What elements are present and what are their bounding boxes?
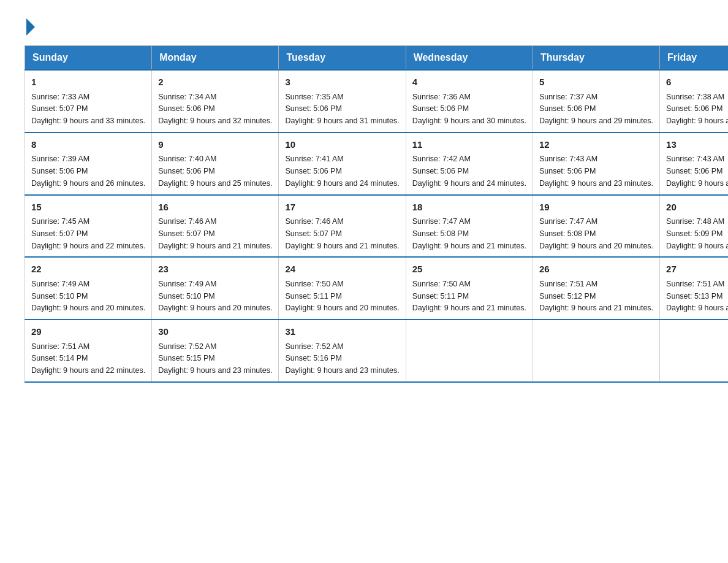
day-cell: [406, 320, 533, 382]
sunset-info: Sunset: 5:07 PM: [158, 229, 214, 238]
daylight-info: Daylight: 9 hours and 24 minutes.: [285, 179, 399, 188]
sunrise-info: Sunrise: 7:35 AM: [285, 93, 343, 101]
sunrise-info: Sunrise: 7:43 AM: [666, 155, 724, 163]
daylight-info: Daylight: 9 hours and 28 minutes.: [666, 117, 728, 125]
day-number: 5: [539, 75, 653, 90]
week-row-3: 15 Sunrise: 7:45 AM Sunset: 5:07 PM Dayl…: [25, 195, 729, 258]
sunset-info: Sunset: 5:06 PM: [539, 167, 596, 175]
sunrise-info: Sunrise: 7:51 AM: [31, 342, 89, 351]
sunrise-info: Sunrise: 7:50 AM: [285, 280, 343, 288]
day-number: 18: [412, 201, 526, 215]
daylight-info: Daylight: 9 hours and 21 minutes.: [666, 304, 728, 312]
sunset-info: Sunset: 5:06 PM: [412, 104, 469, 113]
sunset-info: Sunset: 5:15 PM: [158, 354, 214, 362]
header-cell-monday: Monday: [152, 46, 279, 71]
header-cell-thursday: Thursday: [533, 46, 659, 71]
daylight-info: Daylight: 9 hours and 24 minutes.: [412, 179, 526, 188]
daylight-info: Daylight: 9 hours and 23 minutes.: [539, 179, 653, 188]
daylight-info: Daylight: 9 hours and 21 minutes.: [412, 242, 526, 250]
day-number: 11: [412, 138, 526, 152]
day-cell: 10 Sunrise: 7:41 AM Sunset: 5:06 PM Dayl…: [279, 132, 406, 195]
daylight-info: Daylight: 9 hours and 20 minutes.: [666, 242, 728, 250]
sunrise-info: Sunrise: 7:40 AM: [158, 155, 216, 163]
day-cell: 23 Sunrise: 7:49 AM Sunset: 5:10 PM Dayl…: [152, 257, 279, 320]
daylight-info: Daylight: 9 hours and 21 minutes.: [158, 242, 272, 250]
day-number: 10: [285, 138, 399, 152]
day-cell: 6 Sunrise: 7:38 AM Sunset: 5:06 PM Dayli…: [660, 70, 728, 132]
sunset-info: Sunset: 5:12 PM: [539, 292, 596, 301]
day-cell: 1 Sunrise: 7:33 AM Sunset: 5:07 PM Dayli…: [25, 70, 152, 132]
day-cell: 9 Sunrise: 7:40 AM Sunset: 5:06 PM Dayli…: [152, 132, 279, 195]
sunrise-info: Sunrise: 7:49 AM: [158, 280, 216, 288]
sunset-info: Sunset: 5:10 PM: [31, 292, 88, 301]
header-cell-sunday: Sunday: [25, 46, 152, 71]
sunset-info: Sunset: 5:06 PM: [666, 104, 722, 113]
page-header: [25, 18, 703, 33]
day-number: 22: [31, 262, 145, 277]
calendar-header: SundayMondayTuesdayWednesdayThursdayFrid…: [25, 46, 729, 71]
day-number: 6: [666, 75, 728, 90]
sunset-info: Sunset: 5:06 PM: [31, 167, 88, 175]
day-number: 27: [666, 262, 728, 277]
daylight-info: Daylight: 9 hours and 22 minutes.: [666, 179, 728, 188]
logo-triangle-icon: [26, 18, 35, 36]
daylight-info: Daylight: 9 hours and 20 minutes.: [539, 242, 653, 250]
sunrise-info: Sunrise: 7:49 AM: [31, 280, 89, 288]
header-row: SundayMondayTuesdayWednesdayThursdayFrid…: [25, 46, 729, 71]
day-number: 24: [285, 262, 399, 277]
day-cell: 30 Sunrise: 7:52 AM Sunset: 5:15 PM Dayl…: [152, 320, 279, 382]
daylight-info: Daylight: 9 hours and 21 minutes.: [285, 242, 399, 250]
sunrise-info: Sunrise: 7:46 AM: [285, 217, 343, 226]
sunset-info: Sunset: 5:06 PM: [412, 167, 469, 175]
daylight-info: Daylight: 9 hours and 22 minutes.: [31, 242, 145, 250]
sunrise-info: Sunrise: 7:51 AM: [666, 280, 724, 288]
sunset-info: Sunset: 5:07 PM: [31, 104, 88, 113]
day-cell: 16 Sunrise: 7:46 AM Sunset: 5:07 PM Dayl…: [152, 195, 279, 258]
day-number: 1: [31, 75, 145, 90]
sunrise-info: Sunrise: 7:51 AM: [539, 280, 597, 288]
sunset-info: Sunset: 5:06 PM: [285, 167, 341, 175]
daylight-info: Daylight: 9 hours and 26 minutes.: [31, 179, 145, 188]
day-number: 15: [31, 201, 145, 215]
sunrise-info: Sunrise: 7:42 AM: [412, 155, 471, 163]
day-number: 29: [31, 325, 145, 339]
week-row-2: 8 Sunrise: 7:39 AM Sunset: 5:06 PM Dayli…: [25, 132, 729, 195]
sunset-info: Sunset: 5:08 PM: [539, 229, 596, 238]
daylight-info: Daylight: 9 hours and 20 minutes.: [285, 304, 399, 312]
calendar-table: SundayMondayTuesdayWednesdayThursdayFrid…: [25, 45, 728, 383]
sunrise-info: Sunrise: 7:45 AM: [31, 217, 89, 226]
day-cell: 11 Sunrise: 7:42 AM Sunset: 5:06 PM Dayl…: [406, 132, 533, 195]
sunrise-info: Sunrise: 7:33 AM: [31, 93, 89, 101]
day-cell: 19 Sunrise: 7:47 AM Sunset: 5:08 PM Dayl…: [533, 195, 659, 258]
day-number: 31: [285, 325, 399, 339]
logo: [25, 18, 35, 33]
daylight-info: Daylight: 9 hours and 22 minutes.: [31, 366, 145, 375]
daylight-info: Daylight: 9 hours and 33 minutes.: [31, 117, 145, 125]
day-number: 16: [158, 201, 272, 215]
sunrise-info: Sunrise: 7:47 AM: [412, 217, 471, 226]
week-row-1: 1 Sunrise: 7:33 AM Sunset: 5:07 PM Dayli…: [25, 70, 729, 132]
sunset-info: Sunset: 5:11 PM: [285, 292, 341, 301]
day-cell: 3 Sunrise: 7:35 AM Sunset: 5:06 PM Dayli…: [279, 70, 406, 132]
daylight-info: Daylight: 9 hours and 29 minutes.: [539, 117, 653, 125]
sunset-info: Sunset: 5:06 PM: [158, 104, 214, 113]
day-cell: 24 Sunrise: 7:50 AM Sunset: 5:11 PM Dayl…: [279, 257, 406, 320]
day-cell: 4 Sunrise: 7:36 AM Sunset: 5:06 PM Dayli…: [406, 70, 533, 132]
daylight-info: Daylight: 9 hours and 32 minutes.: [158, 117, 272, 125]
header-cell-wednesday: Wednesday: [406, 46, 533, 71]
day-number: 26: [539, 262, 653, 277]
day-cell: 31 Sunrise: 7:52 AM Sunset: 5:16 PM Dayl…: [279, 320, 406, 382]
daylight-info: Daylight: 9 hours and 20 minutes.: [158, 304, 272, 312]
calendar-body: 1 Sunrise: 7:33 AM Sunset: 5:07 PM Dayli…: [25, 70, 729, 382]
sunset-info: Sunset: 5:11 PM: [412, 292, 469, 301]
header-cell-tuesday: Tuesday: [279, 46, 406, 71]
day-number: 25: [412, 262, 526, 277]
sunset-info: Sunset: 5:08 PM: [412, 229, 469, 238]
day-cell: 26 Sunrise: 7:51 AM Sunset: 5:12 PM Dayl…: [533, 257, 659, 320]
day-number: 30: [158, 325, 272, 339]
sunrise-info: Sunrise: 7:36 AM: [412, 93, 471, 101]
sunrise-info: Sunrise: 7:43 AM: [539, 155, 597, 163]
day-number: 12: [539, 138, 653, 152]
sunset-info: Sunset: 5:06 PM: [285, 104, 341, 113]
header-cell-friday: Friday: [660, 46, 728, 71]
